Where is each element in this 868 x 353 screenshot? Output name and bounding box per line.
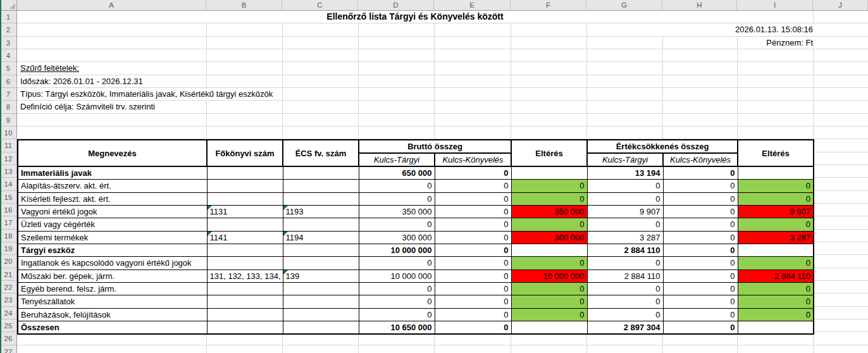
- cell-name-14[interactable]: Alapítás-átszerv. akt. ért.: [18, 180, 207, 192]
- cell-f-23[interactable]: 0: [511, 295, 587, 308]
- cell-c-23[interactable]: [283, 295, 359, 308]
- cell-d-24[interactable]: 0: [359, 308, 435, 321]
- cell-h-20[interactable]: 0: [663, 257, 738, 269]
- cell-c-20[interactable]: [283, 257, 359, 269]
- cell-b-23[interactable]: [207, 295, 283, 308]
- row-header-4[interactable]: 4: [0, 49, 16, 62]
- cell-d-22[interactable]: 0: [359, 282, 435, 295]
- cell-name-23[interactable]: Tenyészállatok: [18, 295, 207, 308]
- cell-e-18[interactable]: 0: [435, 231, 511, 244]
- cell-name-20[interactable]: Ingatlanok és kapcsolódó vagyoni értékű …: [18, 257, 207, 269]
- cell-c-14[interactable]: [283, 180, 359, 192]
- cell-g-15[interactable]: 0: [587, 192, 663, 205]
- cell-g-18[interactable]: 3 287: [587, 231, 663, 244]
- cell-c-22[interactable]: [283, 282, 359, 295]
- cell-d-15[interactable]: 0: [359, 192, 435, 205]
- row-header-14[interactable]: 14: [0, 178, 16, 190]
- sheet-grid[interactable]: Ellenőrző lista Tárgyi és Könyvelés közö…: [17, 11, 868, 353]
- column-header-E[interactable]: E: [434, 0, 511, 10]
- cell-h-13[interactable]: 0: [663, 166, 738, 180]
- cell-h-22[interactable]: 0: [663, 282, 738, 295]
- column-header-D[interactable]: D: [358, 0, 434, 10]
- cell-e-23[interactable]: 0: [435, 295, 511, 308]
- cell-b-16[interactable]: 1131: [207, 205, 283, 218]
- row-header-17[interactable]: 17: [0, 216, 16, 229]
- cell-d-13[interactable]: 650 000: [359, 166, 435, 180]
- cell-name-15[interactable]: Kísérleti fejleszt. akt. ért.: [18, 192, 207, 205]
- cell-i-22[interactable]: 0: [738, 282, 814, 295]
- cell-f-21[interactable]: 10 000 000: [511, 269, 587, 282]
- cell-h-17[interactable]: 0: [663, 218, 738, 231]
- header-ecs-kulcs-targyi[interactable]: Kulcs-Tárgyi: [587, 153, 663, 166]
- cell-e-19[interactable]: 0: [435, 244, 511, 256]
- row-header-26[interactable]: 26: [0, 332, 16, 345]
- column-header-F[interactable]: F: [511, 0, 586, 10]
- header-ecs-fv-szam[interactable]: ÉCS fv. szám: [283, 140, 359, 166]
- row-header-19[interactable]: 19: [0, 242, 16, 255]
- cell-b-25[interactable]: [207, 321, 283, 334]
- row-header-11[interactable]: 11: [0, 139, 16, 152]
- cell-b-15[interactable]: [207, 192, 283, 205]
- row-header-15[interactable]: 15: [0, 191, 16, 204]
- column-header-I[interactable]: I: [737, 0, 813, 10]
- cell-c-25[interactable]: [283, 321, 359, 334]
- cell-d-19[interactable]: 10 000 000: [359, 244, 435, 256]
- cell-i-16[interactable]: 9 907: [738, 205, 814, 218]
- cell-name-17[interactable]: Üzleti vagy cégérték: [18, 218, 207, 231]
- cell-h-14[interactable]: 0: [663, 180, 738, 192]
- cell-g-21[interactable]: 2 884 110: [587, 269, 663, 282]
- cell-f-25[interactable]: [511, 321, 587, 334]
- cell-g-22[interactable]: 0: [587, 282, 663, 295]
- cell-name-16[interactable]: Vagyoni értékű jogok: [18, 205, 207, 218]
- cell-f-20[interactable]: 0: [511, 257, 587, 269]
- cell-e-24[interactable]: 0: [435, 308, 511, 321]
- cell-d-23[interactable]: 0: [359, 295, 435, 308]
- cell-h-24[interactable]: 0: [663, 308, 738, 321]
- cell-i-18[interactable]: 3 287: [738, 231, 814, 244]
- select-all-corner[interactable]: [0, 0, 17, 11]
- cell-b-17[interactable]: [207, 218, 283, 231]
- row-header-16[interactable]: 16: [0, 204, 16, 216]
- row-header-2[interactable]: 2: [0, 23, 16, 36]
- cell-name-19[interactable]: Tárgyi eszköz: [18, 244, 207, 256]
- cell-name-24[interactable]: Beruházások, felújítások: [18, 308, 207, 321]
- row-header-18[interactable]: 18: [0, 230, 16, 242]
- cell-d-14[interactable]: 0: [359, 180, 435, 192]
- header-elteres-ecs[interactable]: Eltérés: [738, 140, 814, 166]
- cell-b-13[interactable]: [207, 166, 283, 180]
- cell-f-19[interactable]: [511, 244, 587, 256]
- row-header-24[interactable]: 24: [0, 307, 16, 319]
- cell-g-13[interactable]: 13 194: [587, 166, 663, 180]
- cell-c-21[interactable]: 139: [283, 269, 359, 282]
- cell-name-21[interactable]: Műszaki ber. gépek, járm.: [18, 269, 207, 282]
- cell-f-16[interactable]: 350 000: [511, 205, 587, 218]
- cell-d-20[interactable]: 0: [359, 257, 435, 269]
- cell-h-21[interactable]: 0: [663, 269, 738, 282]
- cell-e-13[interactable]: 0: [435, 166, 511, 180]
- column-header-A[interactable]: A: [17, 0, 206, 10]
- cell-h-16[interactable]: 0: [663, 205, 738, 218]
- column-header-J[interactable]: J: [813, 0, 868, 10]
- cell-f-15[interactable]: 0: [511, 192, 587, 205]
- cell-c-19[interactable]: [283, 244, 359, 256]
- cell-i-17[interactable]: 0: [738, 218, 814, 231]
- header-ecs-kulcs-konyveles[interactable]: Kulcs-Könyvelés: [663, 153, 738, 166]
- row-header-7[interactable]: 7: [0, 88, 16, 101]
- header-ertekcsokkenes-osszeg[interactable]: Értékcsökkenés összeg: [587, 140, 738, 153]
- cell-b-20[interactable]: [207, 257, 283, 269]
- cell-name-13[interactable]: Immateriális javak: [18, 166, 207, 180]
- cell-e-15[interactable]: 0: [435, 192, 511, 205]
- header-fokonyvi-szam[interactable]: Főkönyvi szám: [207, 140, 283, 166]
- column-header-H[interactable]: H: [662, 0, 737, 10]
- row-header-1[interactable]: 1: [0, 11, 16, 23]
- cell-i-20[interactable]: 0: [738, 257, 814, 269]
- cell-c-18[interactable]: 1194: [283, 231, 359, 244]
- cell-e-25[interactable]: 0: [435, 321, 511, 334]
- cell-g-16[interactable]: 9 907: [587, 205, 663, 218]
- row-header-10[interactable]: 10: [0, 127, 16, 139]
- cell-d-21[interactable]: 10 000 000: [359, 269, 435, 282]
- row-header-6[interactable]: 6: [0, 75, 16, 88]
- cell-d-18[interactable]: 300 000: [359, 231, 435, 244]
- cell-i-13[interactable]: [738, 166, 814, 180]
- cell-b-19[interactable]: [207, 244, 283, 256]
